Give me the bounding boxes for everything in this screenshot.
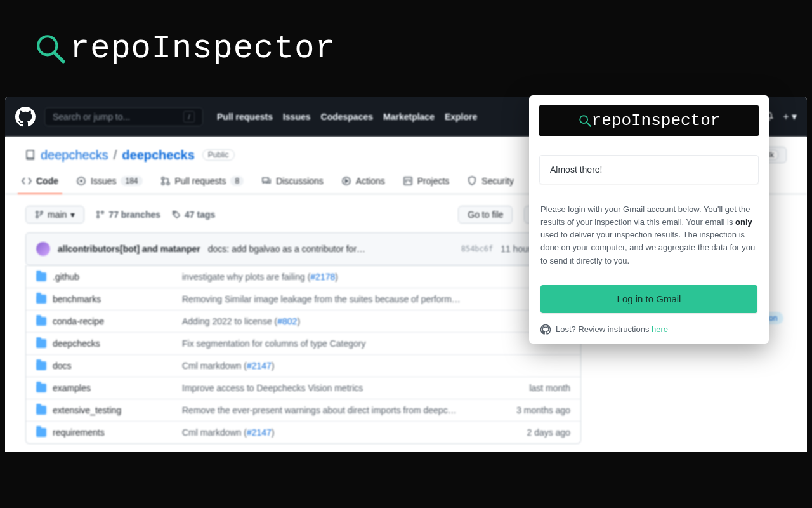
table-row[interactable]: .githubinvestigate why plots are failing… bbox=[26, 265, 580, 288]
nav-codespaces[interactable]: Codespaces bbox=[321, 112, 373, 122]
table-row[interactable]: benchmarksRemoving Similar image leakage… bbox=[26, 288, 580, 310]
file-name: extensive_testing bbox=[53, 405, 121, 415]
file-time: 3 months ago bbox=[494, 405, 570, 415]
svg-point-3 bbox=[81, 180, 82, 182]
branches-link[interactable]: 77 branches bbox=[96, 210, 160, 220]
hero-banner: repoInspector bbox=[0, 0, 812, 97]
hero-brand-text: repoInspector bbox=[70, 30, 336, 67]
file-commit-msg: Improve access to Deepchecks Vision metr… bbox=[182, 383, 494, 393]
branch-icon bbox=[35, 210, 44, 219]
svg-line-1 bbox=[55, 53, 63, 62]
file-time: last month bbox=[494, 383, 570, 393]
file-list: .githubinvestigate why plots are failing… bbox=[25, 265, 581, 444]
file-commit-msg: Removing Similar image leakage from the … bbox=[182, 294, 494, 304]
latest-commit[interactable]: allcontributors[bot] and matanper docs: … bbox=[25, 232, 581, 265]
tab-security[interactable]: Security bbox=[459, 171, 521, 194]
svg-point-10 bbox=[36, 216, 39, 218]
table-row[interactable]: extensive_testingRemove the ever-present… bbox=[26, 399, 580, 421]
github-logo-icon[interactable] bbox=[15, 107, 36, 127]
tab-actions[interactable]: Actions bbox=[334, 171, 393, 194]
login-gmail-button[interactable]: Log in to Gmail bbox=[540, 285, 757, 313]
table-row[interactable]: examplesImprove access to Deepchecks Vis… bbox=[26, 377, 580, 399]
folder-icon bbox=[36, 428, 46, 437]
branch-icon bbox=[96, 210, 105, 219]
file-toolbar: main ▾ 77 branches 47 tags Go to file Ad… bbox=[25, 206, 581, 224]
nav-pull-requests[interactable]: Pull requests bbox=[217, 112, 273, 122]
file-commit-msg: Adding 2022 to license (#802) bbox=[182, 316, 494, 326]
file-name: docs bbox=[53, 361, 72, 371]
svg-point-12 bbox=[97, 211, 100, 214]
folder-icon bbox=[36, 339, 46, 348]
commit-authors: allcontributors[bot] and matanper bbox=[58, 244, 200, 254]
file-name: deepchecks bbox=[53, 338, 100, 349]
svg-line-18 bbox=[586, 123, 590, 126]
popup-heading-card: Almost there! bbox=[539, 155, 759, 184]
instructions-line: Lost? Review instructions here bbox=[540, 324, 757, 335]
svg-point-4 bbox=[162, 177, 164, 180]
popup-heading: Almost there! bbox=[550, 164, 748, 175]
extension-popup: repoInspector Almost there! Please login… bbox=[529, 95, 769, 344]
magnifier-icon bbox=[578, 114, 592, 128]
table-row[interactable]: docsCml markdown (#2147) bbox=[26, 354, 580, 377]
folder-icon bbox=[36, 406, 46, 415]
file-time: 2 days ago bbox=[494, 427, 570, 438]
tab-projects[interactable]: Projects bbox=[395, 171, 457, 194]
table-row[interactable]: conda-recipeAdding 2022 to license (#802… bbox=[26, 310, 580, 332]
repo-main: main ▾ 77 branches 47 tags Go to file Ad… bbox=[25, 206, 581, 444]
folder-icon bbox=[36, 384, 46, 392]
repo-name[interactable]: deepchecks bbox=[122, 148, 195, 163]
svg-point-15 bbox=[174, 213, 176, 214]
footer-bar bbox=[0, 452, 812, 508]
nav-issues[interactable]: Issues bbox=[283, 112, 311, 122]
folder-icon bbox=[36, 361, 46, 370]
file-commit-msg: Remove the ever-present warnings about d… bbox=[182, 405, 494, 415]
table-row[interactable]: deepchecksFix segmentation for columns o… bbox=[26, 332, 580, 354]
folder-icon bbox=[36, 295, 46, 304]
repo-owner[interactable]: deepchecks bbox=[41, 148, 108, 163]
tab-issues[interactable]: Issues184 bbox=[69, 171, 150, 194]
branch-select[interactable]: main ▾ bbox=[25, 206, 84, 224]
tab-code[interactable]: Code bbox=[14, 171, 66, 194]
visibility-badge: Public bbox=[202, 149, 235, 161]
avatar bbox=[36, 242, 50, 256]
svg-point-9 bbox=[36, 211, 39, 214]
file-name: conda-recipe bbox=[53, 316, 104, 326]
folder-icon bbox=[36, 317, 46, 326]
table-row[interactable]: requirementsCml markdown (#2147)2 days a… bbox=[26, 421, 580, 443]
file-commit-msg: investigate why plots are failing (#2178… bbox=[182, 272, 494, 282]
commit-message: docs: add bgalvao as a contributor for… bbox=[208, 244, 454, 254]
path-separator: / bbox=[114, 148, 117, 163]
repo-icon bbox=[25, 150, 36, 160]
popup-body-text: Please login with your Gmail account bel… bbox=[540, 203, 757, 267]
search-placeholder: Search or jump to... bbox=[53, 112, 130, 122]
tab-discussions[interactable]: Discussions bbox=[254, 171, 331, 194]
popup-brand: repoInspector bbox=[592, 111, 721, 130]
slash-key-hint: / bbox=[183, 111, 195, 123]
tab-pull-requests[interactable]: Pull requests8 bbox=[153, 171, 252, 194]
tags-link[interactable]: 47 tags bbox=[172, 210, 215, 220]
plus-icon[interactable]: + ▾ bbox=[783, 110, 797, 123]
search-input[interactable]: Search or jump to... / bbox=[44, 107, 203, 126]
file-name: benchmarks bbox=[53, 294, 101, 304]
file-commit-msg: Fix segmentation for columns of type Cat… bbox=[182, 338, 494, 349]
file-name: .github bbox=[53, 272, 79, 282]
magnifier-icon bbox=[34, 32, 66, 64]
file-name: requirements bbox=[53, 427, 105, 438]
folder-icon bbox=[36, 272, 46, 281]
svg-point-11 bbox=[41, 211, 43, 214]
file-commit-msg: Cml markdown (#2147) bbox=[182, 361, 494, 371]
svg-point-14 bbox=[102, 211, 104, 214]
nav-marketplace[interactable]: Marketplace bbox=[383, 112, 435, 122]
svg-point-13 bbox=[97, 216, 100, 218]
commit-sha: 854bc6f bbox=[461, 244, 494, 253]
nav-explore[interactable]: Explore bbox=[445, 112, 477, 122]
instructions-link[interactable]: here bbox=[652, 324, 668, 334]
goto-file-button[interactable]: Go to file bbox=[458, 206, 513, 224]
file-commit-msg: Cml markdown (#2147) bbox=[182, 427, 494, 438]
popup-body-card: Please login with your Gmail account bel… bbox=[539, 190, 759, 337]
instructions-text: Lost? Review instructions here bbox=[556, 324, 668, 334]
github-outline-icon bbox=[540, 324, 551, 335]
file-name: examples bbox=[53, 383, 91, 393]
top-nav: Pull requests Issues Codespaces Marketpl… bbox=[217, 112, 477, 122]
tag-icon bbox=[172, 210, 181, 219]
